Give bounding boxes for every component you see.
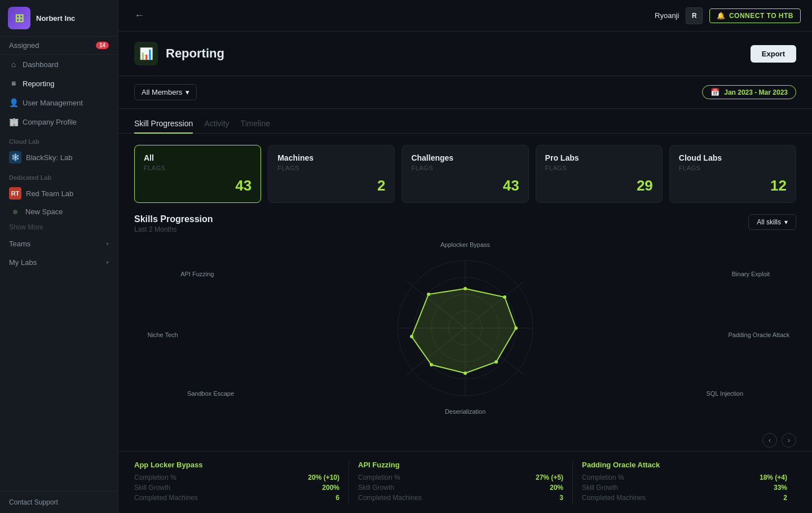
- radar-label-applocker: Applocker Bypass: [440, 241, 490, 248]
- teams-collapse[interactable]: Teams ▾: [0, 235, 118, 253]
- skills-header: Skills Progression Last 2 Months All ski…: [134, 214, 796, 233]
- date-range-selector[interactable]: 📅 Jan 2023 - Mar 2023: [702, 85, 796, 99]
- contact-support-link[interactable]: Contact Support: [0, 491, 118, 513]
- flag-card-title: All: [144, 153, 251, 162]
- tabs-row: Skill Progression Activity Timeline: [118, 109, 812, 134]
- sidebar-item-dashboard[interactable]: ⌂ Dashboard: [0, 55, 118, 74]
- user-avatar[interactable]: R: [686, 7, 703, 24]
- assigned-badge: 14: [96, 42, 109, 49]
- assigned-label: Assigned: [9, 41, 39, 50]
- my-labs-collapse[interactable]: My Labs ▾: [0, 253, 118, 272]
- flag-card-value: 43: [411, 177, 519, 194]
- members-label: All Members: [142, 88, 182, 96]
- members-chevron-icon: ▾: [186, 88, 189, 96]
- date-range-label: Jan 2023 - Mar 2023: [724, 89, 788, 96]
- svg-point-15: [503, 295, 506, 299]
- sidebar-item-red-team-lab[interactable]: RT Red Team Lab: [0, 183, 118, 204]
- sidebar-item-company-profile[interactable]: 🏢 Company Profile: [0, 112, 118, 131]
- tab-skill-progression[interactable]: Skill Progression: [134, 114, 193, 134]
- radar-label-padding-oracle: Padding Oracle Attack: [728, 331, 789, 338]
- reporting-icon: ≡: [9, 79, 18, 88]
- topnav-left: ←: [130, 7, 149, 24]
- sidebar-item-label: Company Profile: [23, 118, 77, 126]
- radar-chart: Applocker Bypass Binary Exploit Padding …: [134, 238, 796, 418]
- page-title-row: 📊 Reporting: [134, 42, 224, 65]
- skill-stat-key: Completed Machines: [582, 494, 646, 502]
- skills-section: Skills Progression Last 2 Months All ski…: [118, 203, 812, 430]
- flag-card-value: 2: [277, 177, 385, 194]
- sidebar-item-reporting[interactable]: ≡ Reporting: [0, 74, 118, 93]
- skill-stat-completion-row: Completion % 27% (+5): [358, 474, 563, 481]
- flag-card-cloud-labs[interactable]: Cloud Labs FLAGS 12: [669, 145, 796, 203]
- prev-arrow-button[interactable]: ‹: [762, 433, 777, 448]
- svg-marker-13: [412, 289, 516, 373]
- svg-point-18: [464, 372, 467, 375]
- skill-stat-growth-row: Skill Growth 20%: [358, 484, 563, 492]
- flag-card-pro-labs[interactable]: Pro Labs FLAGS 29: [536, 145, 663, 203]
- sidebar: ⊞ Norbert Inc Assigned 14 ⌂ Dashboard ≡ …: [0, 0, 118, 513]
- sidebar-item-label: BlackSky: Lab: [26, 153, 72, 162]
- topnav: ← Ryoanji R 🔔 CONNECT TO HTB: [118, 0, 812, 32]
- show-more-button[interactable]: Show More: [0, 220, 118, 235]
- sidebar-header: ⊞ Norbert Inc: [0, 0, 118, 37]
- skill-stat-val: 27% (+5): [536, 474, 563, 481]
- next-arrow-button[interactable]: ›: [782, 433, 796, 448]
- sidebar-item-user-management[interactable]: 👤 User Management: [0, 93, 118, 112]
- skill-stat-val: 6: [336, 494, 339, 502]
- calendar-icon: 📅: [710, 88, 720, 96]
- dashboard-icon: ⌂: [9, 60, 18, 69]
- svg-point-19: [430, 363, 433, 366]
- svg-point-14: [464, 287, 467, 290]
- connect-htb-button[interactable]: 🔔 CONNECT TO HTB: [709, 8, 801, 23]
- skill-stat-key: Skill Growth: [358, 484, 394, 492]
- flag-card-label: FLAGS: [545, 165, 653, 171]
- skill-stat-growth-row: Skill Growth 33%: [582, 484, 787, 492]
- user-name: Ryoanji: [655, 11, 679, 20]
- flag-card-value: 12: [679, 177, 787, 194]
- sidebar-item-label: Red Team Lab: [26, 189, 73, 198]
- skill-stat-growth-row: Skill Growth 200%: [134, 484, 339, 492]
- svg-point-16: [514, 326, 518, 330]
- flag-card-title: Challenges: [411, 153, 519, 162]
- skill-stat-key: Skill Growth: [134, 484, 170, 492]
- new-space-dot-icon: [13, 210, 17, 214]
- skill-stat-machines-row: Completed Machines 3: [358, 494, 563, 502]
- company-profile-icon: 🏢: [9, 117, 18, 126]
- sidebar-item-label: New Space: [25, 207, 63, 216]
- flags-cards: All FLAGS 43 Machines FLAGS 2 Challenges…: [134, 145, 796, 203]
- members-dropdown[interactable]: All Members ▾: [134, 84, 197, 100]
- company-name: Norbert Inc: [36, 14, 75, 23]
- filter-bar: All Members ▾ 📅 Jan 2023 - Mar 2023: [118, 76, 812, 109]
- logo-icon: ⊞: [8, 7, 30, 29]
- skill-stat-val: 200%: [322, 484, 339, 492]
- back-button[interactable]: ←: [130, 7, 149, 24]
- radar-label-binary-exploit: Binary Exploit: [732, 271, 770, 277]
- flag-card-label: FLAGS: [411, 165, 519, 171]
- all-skills-dropdown[interactable]: All skills ▾: [748, 214, 796, 230]
- cloud-lab-section-label: Cloud Lab: [0, 131, 118, 147]
- skill-stat-title: App Locker Bypass: [134, 461, 339, 469]
- sidebar-item-blacksky[interactable]: ❄️ BlackSky: Lab: [0, 147, 118, 167]
- tab-timeline[interactable]: Timeline: [241, 114, 270, 134]
- assigned-row: Assigned 14: [0, 37, 118, 55]
- flag-card-challenges[interactable]: Challenges FLAGS 43: [401, 145, 528, 203]
- skill-stat-val: 18% (+4): [760, 474, 787, 481]
- flag-card-label: FLAGS: [679, 165, 787, 171]
- skill-stat-val: 33%: [774, 484, 787, 492]
- sidebar-item-new-space[interactable]: New Space: [0, 204, 118, 220]
- blacksky-icon: ❄️: [9, 151, 21, 163]
- flag-card-all[interactable]: All FLAGS 43: [134, 145, 261, 203]
- my-labs-label: My Labs: [9, 258, 37, 267]
- flag-card-machines[interactable]: Machines FLAGS 2: [268, 145, 395, 203]
- skill-stat-completion-row: Completion % 20% (+10): [134, 474, 339, 481]
- skill-stat-key: Completed Machines: [134, 494, 198, 502]
- radar-label-sql-injection: SQL Injection: [706, 390, 743, 397]
- export-button[interactable]: Export: [751, 45, 796, 63]
- skill-stat-machines-row: Completed Machines 2: [582, 494, 787, 502]
- connect-bell-icon: 🔔: [717, 12, 726, 20]
- page-content: 📊 Reporting Export All Members ▾ 📅 Jan 2…: [118, 32, 812, 513]
- skill-stat-val: 20% (+10): [308, 474, 339, 481]
- svg-point-17: [495, 360, 498, 364]
- tab-activity[interactable]: Activity: [204, 114, 229, 134]
- radar-label-sandbox-escape: Sandbox Escape: [187, 390, 234, 397]
